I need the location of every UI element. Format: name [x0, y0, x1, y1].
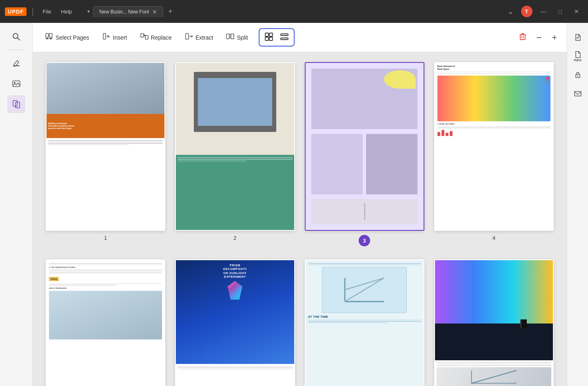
- svg-rect-11: [103, 33, 106, 39]
- svg-rect-19: [231, 34, 234, 39]
- page-thumb-8[interactable]: [434, 259, 554, 386]
- page-5-subtitle2: LINE OF KNOWLEDGE: [49, 287, 162, 289]
- page-item-8[interactable]: 8: [434, 259, 554, 386]
- minimize-btn[interactable]: —: [537, 7, 550, 16]
- page-4-line: [437, 126, 550, 127]
- content-area: Select Pages Insert Replace Extract: [33, 23, 567, 386]
- close-btn[interactable]: ✕: [570, 7, 583, 16]
- page-item-2[interactable]: 2: [175, 62, 295, 246]
- page-3-title-text: Geometric Philosophy: [364, 203, 366, 219]
- select-pages-btn[interactable]: Select Pages: [39, 29, 95, 46]
- page-6-line: [178, 366, 292, 367]
- page-thumb-4[interactable]: Basic Elements ofPlane Space 1. KNOW THE…: [434, 62, 554, 231]
- svg-rect-25: [281, 34, 288, 36]
- page-5-string-tag: String: [49, 277, 59, 281]
- page-4-title: Basic Elements ofPlane Space: [437, 65, 550, 70]
- page-item-6[interactable]: PRISMDECOMPOSITION SUNLIGHTEXPERIMENT 6: [175, 259, 295, 386]
- page-item-3[interactable]: Geometric Philosophy 3: [305, 62, 424, 246]
- page-3-img3: [366, 134, 417, 194]
- right-icon-secure[interactable]: [570, 67, 586, 83]
- page-8-bottom: [435, 360, 553, 386]
- page-2-line: [178, 161, 246, 161]
- delete-pages-btn[interactable]: [516, 29, 530, 45]
- page-5-line: [49, 272, 162, 273]
- extract-icon: [185, 32, 193, 42]
- page-7-content: AT THE TIME: [306, 260, 424, 386]
- page-7-svg: [335, 274, 394, 306]
- new-tab-btn[interactable]: +: [165, 6, 176, 18]
- menu-file[interactable]: File: [39, 7, 55, 16]
- svg-rect-15: [145, 36, 148, 39]
- page-thumb-2[interactable]: [175, 62, 295, 231]
- grid-view-btn[interactable]: [262, 31, 276, 44]
- replace-btn[interactable]: Replace: [135, 29, 178, 46]
- page-7-diagram: [322, 267, 407, 313]
- page-6-line: [178, 369, 292, 370]
- zoom-in-btn[interactable]: +: [548, 31, 560, 45]
- replace-label: Replace: [151, 34, 172, 41]
- page-7-title: AT THE TIME: [308, 315, 421, 319]
- tab-close-btn[interactable]: ✕: [152, 9, 157, 15]
- page-6-content: PRISMDECOMPOSITION SUNLIGHTEXPERIMENT: [176, 260, 294, 386]
- split-icon: [226, 32, 234, 42]
- page-8-mid: [435, 324, 553, 360]
- page-3-row1: [311, 69, 417, 129]
- sidebar-icon-search[interactable]: [7, 28, 25, 46]
- tab-dropdown-btn[interactable]: ▾: [86, 7, 91, 16]
- maximize-btn[interactable]: □: [555, 7, 566, 16]
- page-5-line: [49, 263, 162, 264]
- page-2-content: [176, 63, 294, 230]
- page-8-line: [437, 364, 551, 365]
- win-chevron-btn[interactable]: ⌄: [504, 5, 517, 18]
- sidebar-icon-edit-image[interactable]: [7, 75, 25, 93]
- sidebar-icon-edit-text[interactable]: [7, 54, 25, 72]
- right-icon-mail[interactable]: [570, 86, 586, 101]
- titlebar-right: ⌄ T — □ ✕: [504, 5, 583, 18]
- zoom-out-btn[interactable]: −: [533, 30, 545, 45]
- page-3-title: Geometric Philosophy: [311, 199, 417, 224]
- page-item-4[interactable]: Basic Elements ofPlane Space 1. KNOW THE…: [434, 62, 554, 246]
- page-number-badge-3: 3: [359, 235, 370, 246]
- right-icon-pdfa[interactable]: PDF/A: [570, 48, 586, 64]
- split-btn[interactable]: Split: [220, 29, 253, 46]
- user-avatar[interactable]: T: [521, 6, 533, 17]
- insert-label: Insert: [113, 34, 127, 41]
- svg-rect-10: [49, 38, 52, 39]
- page-5-line: [49, 283, 162, 284]
- page-7-diagram-inner: [322, 268, 406, 312]
- page-thumb-7[interactable]: AT THE TIME: [305, 259, 424, 386]
- sidebar-divider-1: [9, 50, 24, 50]
- page-thumb-3[interactable]: Geometric Philosophy: [305, 62, 424, 231]
- page-thumb-6[interactable]: PRISMDECOMPOSITION SUNLIGHTEXPERIMENT: [175, 259, 295, 386]
- page-item-7[interactable]: AT THE TIME 7: [305, 259, 424, 386]
- menu-help[interactable]: Help: [57, 7, 76, 16]
- page-5-subtitle: 3. THE COMPOSITION OF POINTS: [49, 266, 162, 268]
- page-4-bar3: [446, 133, 448, 136]
- sidebar-icon-pages[interactable]: [7, 95, 25, 113]
- svg-rect-5: [13, 100, 17, 106]
- titlebar-divider: |: [31, 7, 33, 16]
- list-view-btn[interactable]: [277, 31, 291, 44]
- svg-rect-16: [186, 33, 189, 39]
- svg-line-1: [17, 38, 20, 40]
- page-6-prism: [228, 281, 242, 300]
- right-icon-doc[interactable]: [570, 29, 586, 45]
- page-1-content: Building environmentinformation modeling…: [47, 63, 164, 230]
- page-item-5[interactable]: 3. THE COMPOSITION OF POINTS String LINE…: [46, 259, 165, 386]
- page-2-screen: [198, 78, 272, 126]
- svg-rect-27: [520, 35, 525, 40]
- app-logo: UPDF: [5, 7, 27, 16]
- svg-rect-24: [269, 37, 273, 40]
- page-3-img1: [311, 69, 417, 129]
- page-thumb-1[interactable]: Building environmentinformation modeling…: [46, 62, 165, 231]
- page-item-1[interactable]: Building environmentinformation modeling…: [46, 62, 165, 246]
- extract-btn[interactable]: Extract: [179, 29, 219, 46]
- page-4-circle-r: [546, 77, 549, 80]
- insert-btn[interactable]: Insert: [97, 29, 133, 46]
- active-tab[interactable]: New Busin... New Font ✕: [93, 6, 163, 17]
- left-sidebar: [0, 23, 33, 386]
- svg-rect-9: [46, 38, 49, 39]
- page-thumb-5[interactable]: 3. THE COMPOSITION OF POINTS String LINE…: [46, 259, 165, 386]
- svg-rect-6: [16, 102, 20, 108]
- svg-rect-22: [269, 33, 273, 36]
